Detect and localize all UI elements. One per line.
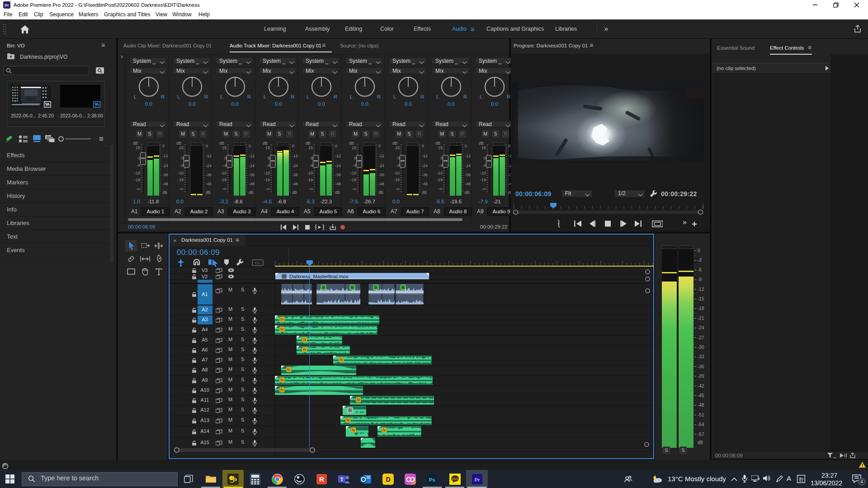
svg-text:T: T: [340, 477, 344, 482]
svg-text:fx: fx: [280, 387, 284, 392]
svg-text:한: 한: [799, 477, 804, 482]
svg-text:TALK: TALK: [452, 478, 458, 480]
svg-text:4: 4: [860, 479, 863, 484]
svg-text:fx: fx: [401, 285, 405, 290]
svg-text:CC: CC: [255, 261, 261, 265]
svg-text:fx: fx: [303, 347, 307, 352]
svg-text:fx: fx: [352, 427, 356, 432]
svg-text:fx: fx: [280, 317, 284, 322]
svg-text:fx: fx: [346, 418, 350, 422]
svg-text:fx: fx: [374, 285, 377, 290]
svg-text:fx: fx: [349, 408, 352, 413]
svg-text:Pr: Pr: [5, 3, 9, 8]
svg-text:fx: fx: [340, 357, 344, 362]
svg-text:fx: fx: [351, 285, 354, 290]
svg-text:Darkness_Masterfinal.mov: Darkness_Masterfinal.mov: [289, 274, 349, 279]
svg-text:fx: fx: [280, 327, 284, 332]
svg-text:fx: fx: [287, 367, 291, 372]
svg-text:fx: fx: [382, 427, 387, 432]
svg-text:D: D: [386, 476, 390, 483]
svg-text:Ps: Ps: [429, 477, 435, 483]
svg-text:R: R: [319, 475, 324, 483]
svg-text:fx: fx: [303, 337, 307, 342]
svg-text:fx: fx: [280, 377, 284, 382]
svg-text:Pr: Pr: [474, 477, 480, 483]
svg-text:fx: fx: [357, 397, 361, 402]
svg-text:fx: fx: [322, 285, 325, 290]
svg-text:fx: fx: [283, 274, 286, 279]
